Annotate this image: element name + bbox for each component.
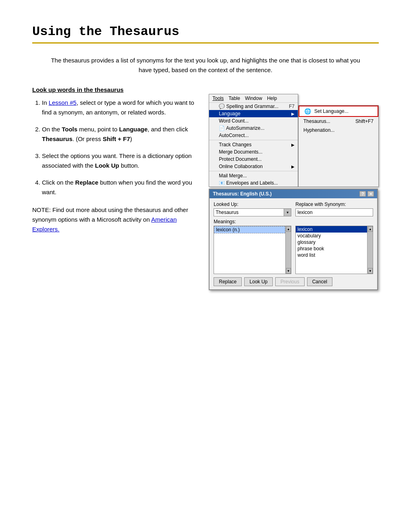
menu-autocorrect[interactable]: AutoCorrect... xyxy=(209,132,298,139)
menu-bar-table[interactable]: Table xyxy=(228,96,240,101)
submenu-thesaurus-row: Thesaurus... Shift+F7 xyxy=(303,118,374,124)
dialog-title: Thesaurus: English (U.S.) xyxy=(213,191,272,197)
lesson5-link[interactable]: Lesson #5 xyxy=(49,99,77,106)
submenu-hyphenation-label: Hyphenation... xyxy=(303,127,334,133)
replacewith-label: Replace with Synonym: xyxy=(295,202,373,207)
menu-mailmerge[interactable]: Mail Merge... xyxy=(209,172,298,179)
intro-paragraph: The thesaurus provides a list of synonym… xyxy=(32,56,379,75)
menu-bar: Tools Table Window Help xyxy=(209,94,298,103)
dialog-close-button[interactable]: ✕ xyxy=(367,191,374,197)
step-2: On the Tools menu, point to Language, an… xyxy=(42,125,201,144)
lookedup-col: Looked Up: Thesaurus ▼ xyxy=(214,202,291,216)
menu-spelling[interactable]: 💬 Spelling and Grammar... F7 xyxy=(209,103,298,110)
separator-2 xyxy=(209,171,298,171)
note-section: NOTE: Find out more about using the thes… xyxy=(32,205,201,234)
scroll-down-arrow[interactable]: ▼ xyxy=(286,268,291,274)
dialog-titlebar: Thesaurus: English (U.S.) ? ✕ xyxy=(210,189,377,198)
synonyms-scrollbar[interactable]: ▲ ▼ xyxy=(367,226,373,274)
menu-autosummarize[interactable]: 📄 AutoSummarize... xyxy=(209,125,298,132)
dialog-buttons: Replace Look Up Previous Cancel xyxy=(214,277,373,286)
menu-trackchanges[interactable]: Track Changes xyxy=(209,141,298,148)
menu-bar-tools[interactable]: Tools xyxy=(212,96,224,101)
dialog-controls: ? ✕ xyxy=(359,191,374,197)
synonyms-spacer xyxy=(295,219,373,224)
meanings-col: Meanings: lexicon (n.) ▲ ▼ xyxy=(214,219,291,274)
syn-scroll-up[interactable]: ▲ xyxy=(368,226,373,232)
menu-mergedocs[interactable]: Merge Documents... xyxy=(209,148,298,156)
meanings-list-content: lexicon (n.) xyxy=(214,226,285,274)
thesaurus-dialog: Thesaurus: English (U.S.) ? ✕ Looked Up:… xyxy=(209,189,378,290)
synonym-lexicon[interactable]: lexicon xyxy=(296,226,367,233)
synonym-wordlist[interactable]: word list xyxy=(296,252,367,258)
replacewith-value: lexicon xyxy=(297,210,312,215)
synonyms-listbox[interactable]: lexicon vocabulary glossary phrase book … xyxy=(295,226,373,274)
tools-menu-screenshot: Tools Table Window Help 💬 Spelling and G… xyxy=(209,94,379,187)
menu-bar-help[interactable]: Help xyxy=(267,96,277,101)
lookedup-dropdown-arrow[interactable]: ▼ xyxy=(284,209,291,216)
menu-wordcount[interactable]: Word Count... xyxy=(209,117,298,125)
globe-icon: 🌐 xyxy=(304,108,311,114)
meanings-item-lexicon[interactable]: lexicon (n.) xyxy=(214,226,285,233)
dialog-body: Looked Up: Thesaurus ▼ Replace with Syno… xyxy=(210,198,377,289)
menu-envelopes[interactable]: 📧 Envelopes and Labels... xyxy=(209,179,298,187)
previous-button[interactable]: Previous xyxy=(275,277,305,286)
step-4: Click on the Replace button when you fin… xyxy=(42,178,201,197)
replacewith-input[interactable]: lexicon xyxy=(295,208,373,216)
dialog-bottom-row: Meanings: lexicon (n.) ▲ ▼ xyxy=(214,219,373,274)
page-title: Using the Thesaurus xyxy=(32,24,379,44)
replace-button[interactable]: Replace xyxy=(214,277,242,286)
lookedup-input[interactable]: Thesaurus ▼ xyxy=(214,208,291,216)
synonym-vocabulary[interactable]: vocabulary xyxy=(296,233,367,239)
tools-menu: Tools Table Window Help 💬 Spelling and G… xyxy=(209,94,298,187)
lookup-button[interactable]: Look Up xyxy=(244,277,273,286)
meanings-listbox[interactable]: lexicon (n.) ▲ ▼ xyxy=(214,226,291,274)
synonym-phrasebook[interactable]: phrase book xyxy=(296,245,367,252)
scroll-up-arrow[interactable]: ▲ xyxy=(286,226,291,232)
meanings-label: Meanings: xyxy=(214,219,291,224)
dialog-help-button[interactable]: ? xyxy=(359,191,366,197)
section-heading: Look up words in the thesaurus xyxy=(32,86,379,93)
submenu-setlang[interactable]: 🌐 Set Language... xyxy=(299,106,378,117)
steps-list: In Lesson #5, select or type a word for … xyxy=(32,98,201,197)
syn-scroll-down[interactable]: ▼ xyxy=(368,268,373,274)
menu-protectdoc[interactable]: Protect Document... xyxy=(209,156,298,163)
meanings-scrollbar[interactable]: ▲ ▼ xyxy=(285,226,291,274)
step-3: Select the options you want. There is a … xyxy=(42,151,201,170)
submenu-thesaurus-shortcut: Shift+F7 xyxy=(355,118,374,124)
right-column: Tools Table Window Help 💬 Spelling and G… xyxy=(209,94,379,290)
menu-language[interactable]: Language xyxy=(209,110,298,117)
menu-bar-window[interactable]: Window xyxy=(245,96,262,101)
replacewith-col: Replace with Synonym: lexicon xyxy=(295,202,373,216)
submenu-thesaurus-label: Thesaurus... xyxy=(303,118,330,124)
synonyms-col: lexicon vocabulary glossary phrase book … xyxy=(295,219,373,274)
cancel-button[interactable]: Cancel xyxy=(307,277,332,286)
step1-prefix: In xyxy=(42,99,49,106)
synonyms-list-content: lexicon vocabulary glossary phrase book … xyxy=(296,226,367,274)
submenu-setlang-label: Set Language... xyxy=(314,108,349,114)
dialog-top-row: Looked Up: Thesaurus ▼ Replace with Syno… xyxy=(214,202,373,216)
submenu-hyphenation[interactable]: Hyphenation... xyxy=(299,126,378,135)
left-column: In Lesson #5, select or type a word for … xyxy=(32,98,201,234)
submenu-thesaurus[interactable]: Thesaurus... Shift+F7 xyxy=(299,117,378,126)
lookedup-label: Looked Up: xyxy=(214,202,291,207)
language-submenu: 🌐 Set Language... Thesaurus... Shift+F7 … xyxy=(298,105,379,187)
menu-onlinecol[interactable]: Online Collaboration xyxy=(209,163,298,170)
lookedup-value: Thesaurus xyxy=(214,209,284,216)
step-1: In Lesson #5, select or type a word for … xyxy=(42,98,201,117)
synonym-glossary[interactable]: glossary xyxy=(296,239,367,245)
separator-1 xyxy=(209,140,298,140)
